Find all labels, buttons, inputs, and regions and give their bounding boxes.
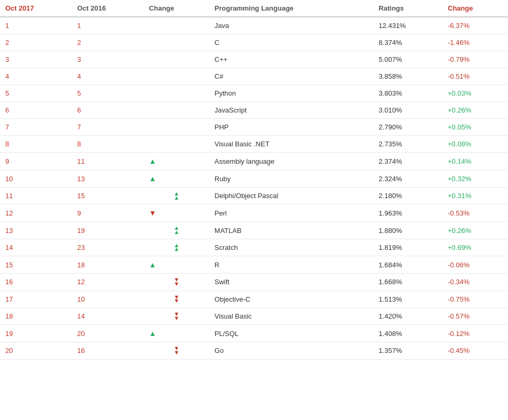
header-lang: Programming Language <box>209 0 374 17</box>
cell-rating: 2.180% <box>373 188 442 204</box>
cell-rating: 2.790% <box>373 119 442 136</box>
cell-lang: Go <box>209 342 374 359</box>
cell-lang: Visual Basic .NET <box>209 136 374 153</box>
cell-oct2017: 17 <box>0 291 72 307</box>
cell-change-arrow <box>144 119 209 136</box>
cell-change-pct: -0.53% <box>442 204 508 222</box>
cell-change-pct: +0.31% <box>442 188 508 204</box>
cell-change-pct: -0.51% <box>442 68 508 85</box>
cell-oct2016: 23 <box>72 239 144 256</box>
cell-lang: Delphi/Object Pascal <box>209 188 374 204</box>
cell-change-pct: +0.03% <box>442 85 508 102</box>
cell-oct2016: 5 <box>72 85 144 102</box>
cell-oct2016: 1 <box>72 17 144 34</box>
cell-rating: 5.007% <box>373 51 442 68</box>
table-row: 11Java12.431%-6.37% <box>0 17 508 34</box>
cell-rating: 1.408% <box>373 325 442 342</box>
cell-lang: C++ <box>209 51 374 68</box>
table-row: 1115▲▲Delphi/Object Pascal2.180%+0.31% <box>0 188 508 204</box>
table-row: 77PHP2.790%+0.05% <box>0 119 508 136</box>
cell-rating: 1.420% <box>373 307 442 324</box>
table-row: 1423▲▲Scratch1.819%+0.69% <box>0 239 508 256</box>
cell-change-pct: +0.69% <box>442 239 508 256</box>
cell-lang: PL/SQL <box>209 325 374 342</box>
cell-oct2017: 5 <box>0 85 72 102</box>
cell-change-pct: -0.45% <box>442 342 508 359</box>
cell-oct2016: 2 <box>72 34 144 51</box>
cell-lang: Python <box>209 85 374 102</box>
table-row: 1013▲Ruby2.324%+0.32% <box>0 170 508 188</box>
header-change2: Change <box>442 0 508 17</box>
table-row: 1612▼▼Swift1.668%-0.34% <box>0 274 508 291</box>
cell-lang: Ruby <box>209 170 374 188</box>
cell-lang: Swift <box>209 274 374 291</box>
cell-change-pct: -0.06% <box>442 256 508 274</box>
cell-change-arrow <box>144 51 209 68</box>
table-row: 2016▼▼Go1.357%-0.45% <box>0 342 508 359</box>
cell-change-pct: -0.12% <box>442 325 508 342</box>
cell-lang: JavaScript <box>209 102 374 119</box>
cell-oct2017: 1 <box>0 17 72 34</box>
arrow-up2-icon: ▲▲ <box>149 192 204 200</box>
cell-oct2017: 20 <box>0 342 72 359</box>
cell-rating: 8.374% <box>373 34 442 51</box>
header-ratings: Ratings <box>373 0 442 17</box>
arrow-up2-icon: ▲▲ <box>149 244 204 251</box>
cell-lang: Visual Basic <box>209 307 374 324</box>
arrow-up-icon: ▲ <box>149 174 156 183</box>
cell-oct2017: 11 <box>0 188 72 204</box>
cell-change-arrow <box>144 136 209 153</box>
cell-lang: Perl <box>209 204 374 222</box>
cell-lang: C# <box>209 68 374 85</box>
table-row: 88Visual Basic .NET2.735%+0.08% <box>0 136 508 153</box>
cell-rating: 1.668% <box>373 274 442 291</box>
cell-change-pct: -0.34% <box>442 274 508 291</box>
cell-rating: 2.324% <box>373 170 442 188</box>
cell-rating: 1.963% <box>373 204 442 222</box>
cell-rating: 1.819% <box>373 239 442 256</box>
cell-lang: MATLAB <box>209 222 374 239</box>
cell-oct2016: 3 <box>72 51 144 68</box>
table-row: 1920▲PL/SQL1.408%-0.12% <box>0 325 508 342</box>
arrow-up-icon: ▲ <box>149 260 156 269</box>
table-header: Oct 2017 Oct 2016 Change Programming Lan… <box>0 0 508 17</box>
table-row: 55Python3.803%+0.03% <box>0 85 508 102</box>
cell-oct2017: 18 <box>0 307 72 324</box>
cell-oct2016: 15 <box>72 188 144 204</box>
cell-change-pct: +0.26% <box>442 222 508 239</box>
cell-change-pct: +0.32% <box>442 170 508 188</box>
cell-rating: 3.803% <box>373 85 442 102</box>
cell-rating: 1.880% <box>373 222 442 239</box>
cell-change-pct: -1.46% <box>442 34 508 51</box>
cell-lang: C <box>209 34 374 51</box>
cell-change-arrow: ▼▼ <box>144 291 209 307</box>
cell-oct2016: 11 <box>72 153 144 170</box>
cell-oct2017: 19 <box>0 325 72 342</box>
cell-change-pct: -0.75% <box>442 291 508 307</box>
cell-change-pct: +0.08% <box>442 136 508 153</box>
cell-oct2017: 10 <box>0 170 72 188</box>
cell-oct2017: 2 <box>0 34 72 51</box>
cell-rating: 3.010% <box>373 102 442 119</box>
rankings-table: Oct 2017 Oct 2016 Change Programming Lan… <box>0 0 508 360</box>
arrow-down2-icon: ▼▼ <box>149 312 204 320</box>
table-row: 1814▼▼Visual Basic1.420%-0.57% <box>0 307 508 324</box>
cell-change-arrow <box>144 102 209 119</box>
cell-rating: 1.513% <box>373 291 442 307</box>
cell-oct2017: 8 <box>0 136 72 153</box>
cell-oct2016: 7 <box>72 119 144 136</box>
arrow-down-icon: ▼ <box>149 209 156 217</box>
cell-change-arrow: ▲ <box>144 325 209 342</box>
cell-oct2016: 20 <box>72 325 144 342</box>
cell-oct2017: 13 <box>0 222 72 239</box>
cell-rating: 12.431% <box>373 17 442 34</box>
arrow-down2-icon: ▼▼ <box>149 347 204 354</box>
cell-oct2016: 8 <box>72 136 144 153</box>
cell-change-arrow: ▼▼ <box>144 342 209 359</box>
cell-rating: 1.684% <box>373 256 442 274</box>
cell-lang: R <box>209 256 374 274</box>
arrow-up-icon: ▲ <box>149 329 156 338</box>
cell-oct2016: 10 <box>72 291 144 307</box>
table-row: 1518▲R1.684%-0.06% <box>0 256 508 274</box>
table-row: 1710▼▼Objective-C1.513%-0.75% <box>0 291 508 307</box>
